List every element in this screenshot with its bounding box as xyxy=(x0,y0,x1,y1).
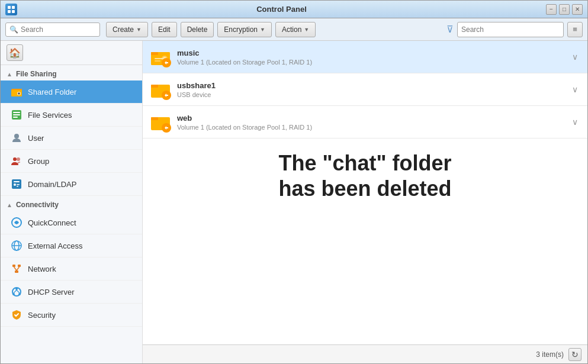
delete-button[interactable]: Delete xyxy=(181,22,214,37)
svg-point-13 xyxy=(17,157,20,161)
main-area: 🏠 ▲ File Sharing Shared Fo xyxy=(1,41,587,363)
sidebar-item-external-access[interactable]: External Access xyxy=(1,234,142,257)
refresh-button[interactable]: ↻ xyxy=(568,348,581,361)
svg-rect-10 xyxy=(13,117,18,118)
sidebar-quickconnect-label: QuickConnect xyxy=(28,218,76,227)
close-button[interactable]: ✕ xyxy=(572,4,583,15)
title-bar-left xyxy=(5,4,17,15)
svg-line-26 xyxy=(14,267,17,270)
sidebar-item-shared-folder[interactable]: Shared Folder xyxy=(1,80,142,104)
left-search-box[interactable]: 🔍 xyxy=(5,22,100,37)
minimize-button[interactable]: − xyxy=(546,4,557,15)
folder-row-usbshare1[interactable]: usbshare1 USB device ∨ xyxy=(143,73,587,106)
svg-rect-18 xyxy=(17,186,18,187)
svg-line-27 xyxy=(17,267,20,270)
svg-rect-17 xyxy=(17,184,20,185)
svg-line-32 xyxy=(14,290,17,293)
toolbar: 🔍 Create ▼ Edit Delete Encryption ▼ Acti… xyxy=(1,18,587,41)
svg-rect-39 xyxy=(155,58,163,59)
connectivity-chevron: ▲ xyxy=(7,202,12,208)
folder-info-music: music Volume 1 (Located on Storage Pool … xyxy=(177,49,570,66)
create-button[interactable]: Create ▼ xyxy=(106,22,148,37)
content-area: music Volume 1 (Located on Storage Pool … xyxy=(143,41,587,363)
filter-icon: ⊽ xyxy=(446,24,454,35)
sidebar-item-group[interactable]: Group xyxy=(1,150,142,173)
home-button[interactable]: 🏠 xyxy=(7,44,23,61)
window-title: Control Panel xyxy=(17,5,546,14)
quickconnect-icon xyxy=(10,216,23,229)
watermark-area: The "chat" folder has been deleted xyxy=(143,138,587,213)
svg-rect-44 xyxy=(151,85,158,88)
svg-rect-46 xyxy=(151,117,158,120)
connectivity-label: Connectivity xyxy=(16,201,59,209)
external-access-icon xyxy=(10,239,23,252)
file-sharing-label: File Sharing xyxy=(16,70,57,78)
folder-sub-usbshare1: USB device xyxy=(177,91,570,98)
action-dropdown-arrow: ▼ xyxy=(304,27,309,33)
status-bar: 3 item(s) ↻ xyxy=(143,344,587,363)
folder-expand-music[interactable]: ∨ xyxy=(570,50,580,64)
svg-rect-40 xyxy=(155,60,160,62)
encryption-button[interactable]: Encryption ▼ xyxy=(217,22,272,37)
sidebar-item-file-services[interactable]: File Services xyxy=(1,104,142,127)
svg-rect-8 xyxy=(13,112,20,113)
sidebar-shared-folder-label: Shared Folder xyxy=(28,88,76,96)
folder-sub-music: Volume 1 (Located on Storage Pool 1, RAI… xyxy=(177,59,570,66)
edit-label: Edit xyxy=(158,25,171,34)
security-icon xyxy=(10,308,23,321)
sidebar-item-quickconnect[interactable]: QuickConnect xyxy=(1,211,142,234)
sidebar-item-domain-ldap[interactable]: Domain/LDAP xyxy=(1,173,142,196)
network-icon xyxy=(10,262,23,275)
folder-row-music[interactable]: music Volume 1 (Located on Storage Pool … xyxy=(143,41,587,73)
folder-row-web[interactable]: web Volume 1 (Located on Storage Pool 1,… xyxy=(143,106,587,138)
svg-point-11 xyxy=(14,134,19,138)
maximize-button[interactable]: □ xyxy=(559,4,570,15)
svg-point-16 xyxy=(14,183,16,186)
sidebar-item-user[interactable]: User xyxy=(1,127,142,150)
sidebar-dhcp-server-label: DHCP Server xyxy=(28,288,75,297)
folder-sub-web: Volume 1 (Located on Storage Pool 1, RAI… xyxy=(177,124,570,131)
watermark-text: The "chat" folder has been deleted xyxy=(278,150,451,201)
svg-rect-0 xyxy=(8,6,11,9)
dhcp-server-icon xyxy=(10,285,23,298)
sidebar-item-network[interactable]: Network xyxy=(1,257,142,281)
svg-rect-23 xyxy=(12,265,15,267)
sidebar-security-label: Security xyxy=(28,311,56,320)
action-button[interactable]: Action ▼ xyxy=(275,22,316,37)
left-search-icon: 🔍 xyxy=(9,25,18,34)
file-sharing-section-header[interactable]: ▲ File Sharing xyxy=(1,65,142,80)
connectivity-section-header[interactable]: ▲ Connectivity xyxy=(1,196,142,211)
left-search-input[interactable] xyxy=(21,25,96,34)
sidebar-home: 🏠 xyxy=(1,41,142,65)
folder-expand-usbshare1[interactable]: ∨ xyxy=(570,82,580,96)
sidebar-domain-ldap-label: Domain/LDAP xyxy=(28,180,76,189)
sort-button[interactable]: ≡ xyxy=(567,22,583,37)
sidebar-file-services-label: File Services xyxy=(28,111,72,120)
svg-rect-25 xyxy=(15,270,18,273)
window-controls: − □ ✕ xyxy=(546,4,583,15)
right-search-box[interactable] xyxy=(457,22,564,37)
file-sharing-chevron: ▲ xyxy=(7,71,12,78)
sidebar-item-security[interactable]: Security xyxy=(1,304,142,327)
domain-ldap-icon xyxy=(10,178,23,191)
file-services-icon xyxy=(10,108,23,121)
folder-icon-music xyxy=(150,46,171,67)
right-search-input[interactable] xyxy=(461,25,560,34)
folder-icon-usbshare1 xyxy=(150,79,171,100)
svg-rect-9 xyxy=(13,114,20,115)
folder-info-usbshare1: usbshare1 USB device xyxy=(177,81,570,98)
folder-name-web: web xyxy=(177,114,570,123)
svg-rect-15 xyxy=(14,181,20,182)
sidebar-item-dhcp-server[interactable]: DHCP Server xyxy=(1,281,142,304)
svg-point-29 xyxy=(15,288,18,290)
folder-name-usbshare1: usbshare1 xyxy=(177,81,570,90)
watermark-line2: has been deleted xyxy=(278,176,451,201)
svg-rect-2 xyxy=(8,10,11,13)
create-dropdown-arrow: ▼ xyxy=(136,27,142,33)
folder-list: music Volume 1 (Located on Storage Pool … xyxy=(143,41,587,344)
sidebar-network-label: Network xyxy=(28,265,56,273)
svg-rect-24 xyxy=(18,265,21,267)
folder-expand-web[interactable]: ∨ xyxy=(570,115,580,129)
edit-button[interactable]: Edit xyxy=(152,22,177,37)
encryption-dropdown-arrow: ▼ xyxy=(260,27,265,33)
